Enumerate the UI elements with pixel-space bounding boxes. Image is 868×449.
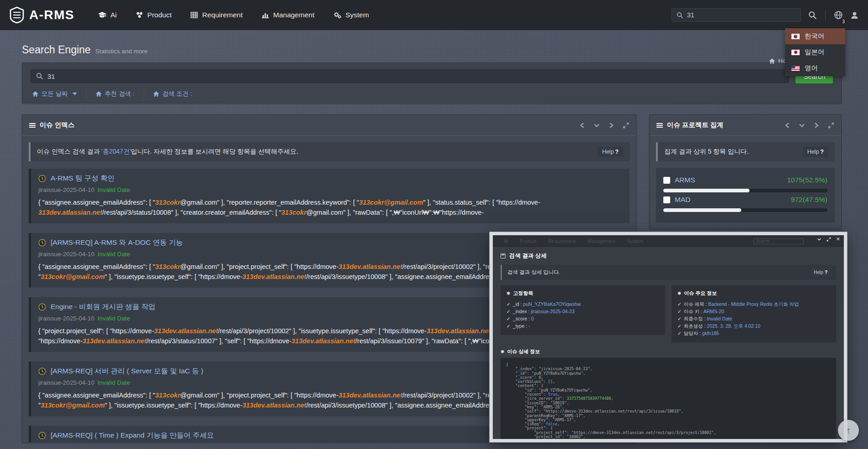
issue-summary-heading-wrap: ✱ 이슈 주요 정보 — [677, 290, 830, 297]
filter-item-2[interactable]: 검색 조건 : — [144, 89, 201, 99]
issue-index-message: 이슈 인덱스 검색 결과 '총2047건'입니다. 자세한 정보를 보시려면 해… — [29, 142, 630, 161]
issue-detail-json[interactable]: { "_index": "jiraissue-2025-04-23", "_id… — [501, 358, 836, 442]
menu-item-management[interactable]: Management — [262, 11, 314, 19]
modal-subtitle-row: 검색 결과 상세 입니다. Help? — [501, 265, 836, 280]
agg-project-label[interactable]: ARMS — [675, 176, 695, 184]
asterisk-bullet-icon: ✱ — [506, 291, 510, 296]
chevron-left-icon[interactable] — [785, 122, 790, 129]
scroll-to-top-button[interactable]: ↑ — [838, 420, 859, 441]
agg-message-text: 집계 결과 상위 5 항목 입니다. — [664, 148, 749, 156]
modal-field: ✓_index : jiraissue-2025-04-23 — [506, 308, 659, 315]
bar-chart-icon — [262, 12, 269, 18]
result-meta: jiraissue-2025-04-10Invalid Date — [38, 186, 622, 193]
search-icon — [36, 72, 43, 80]
result-count-link[interactable]: '총2047건' — [102, 148, 131, 155]
navbar-search-input[interactable]: 31 — [672, 8, 801, 22]
agg-card: ARMS1075(52.5%)MAD972(47.5%) — [656, 168, 835, 222]
chevron-right-icon[interactable] — [814, 122, 819, 129]
check-icon: ✓ — [677, 330, 682, 336]
modal-field: ✓_type : - — [506, 322, 659, 330]
agg-row-mad: MAD972(47.5%) — [663, 196, 827, 212]
menu-item-ai[interactable]: Ai — [98, 11, 117, 19]
modal-info-panels: ✱ 고정항목 ✓_id : puN_YZYBaKa7OYiqwshw✓_inde… — [501, 285, 836, 342]
result-title[interactable]: A-RMS 팀 구성 확인 — [38, 174, 622, 183]
page-header: Search Engine Statistics and more — [22, 44, 842, 56]
chevron-down-icon[interactable] — [799, 123, 805, 128]
agg-project-label[interactable]: MAD — [675, 196, 690, 204]
project-agg-controls — [785, 122, 834, 129]
maximize-icon[interactable] — [827, 237, 831, 242]
faint-menu-item: Management — [588, 238, 615, 244]
help-button[interactable]: Help? — [811, 268, 831, 276]
modal-field: ✓최초생성 : 2025. 3. 28. 오후 4:02:10 — [677, 322, 830, 330]
faint-search-box: Search — [754, 238, 804, 244]
check-icon: ✓ — [506, 301, 511, 307]
checkbox-icon[interactable] — [663, 177, 670, 184]
agg-progress-fill — [663, 189, 749, 192]
agg-row-arms: ARMS1075(52.5%) — [663, 176, 827, 192]
help-button[interactable]: Help? — [598, 147, 623, 157]
check-icon: ✓ — [677, 323, 682, 329]
project-agg-panel: 이슈 프로젝트 집계 집계 결과 상위 5 항목 입니다. Help? ARMS… — [649, 114, 842, 229]
language-option-kr[interactable]: 한국어 — [785, 28, 845, 44]
menu-item-system[interactable]: System — [334, 11, 369, 19]
modal-titlebar: 검색 결과 상세 — [493, 247, 844, 263]
modal-field: ✓_score : 0 — [506, 315, 659, 322]
hamburger-icon[interactable] — [29, 123, 36, 128]
asterisk-bullet-icon: ✱ — [677, 291, 681, 296]
user-icon[interactable] — [850, 11, 859, 20]
project-agg-message: 집계 결과 상위 5 항목 입니다. Help? — [656, 142, 835, 161]
check-icon: ✓ — [506, 316, 511, 321]
agg-progress-fill — [663, 208, 741, 212]
language-option-us[interactable]: 영어 — [785, 60, 845, 76]
menu-item-product[interactable]: Product — [136, 11, 171, 19]
faint-menu-item: System — [627, 238, 643, 244]
message-prefix: 이슈 인덱스 검색 결과 — [37, 148, 102, 155]
language-globe-icon[interactable]: 3 — [834, 10, 843, 20]
expand-icon[interactable] — [828, 122, 834, 129]
project-agg-header: 이슈 프로젝트 집계 — [650, 115, 841, 136]
menu-item-requirement[interactable]: Requirement — [191, 11, 243, 19]
home-icon — [153, 91, 159, 97]
issue-type-icon — [38, 239, 46, 247]
result-item[interactable]: A-RMS 팀 구성 확인jiraissue-2025-04-10Invalid… — [29, 169, 630, 223]
home-icon — [32, 91, 38, 97]
modal-subtitle: 검색 결과 상세 입니다. — [507, 269, 560, 276]
main-search-value: 31 — [47, 72, 55, 80]
check-icon: ✓ — [506, 323, 511, 329]
fixed-fields-heading: 고정항목 — [513, 290, 533, 297]
check-icon: ✓ — [677, 316, 682, 321]
issue-index-controls — [579, 122, 629, 129]
filter-item-0[interactable]: 모든 날짜 — [31, 89, 86, 99]
app-logo[interactable]: A-RMS — [9, 6, 74, 24]
language-option-jp[interactable]: 일본어 — [785, 44, 845, 60]
faint-menu-item: Ai — [504, 238, 508, 244]
page-title: Search Engine — [22, 44, 91, 56]
filter-item-1[interactable]: 추천 검색 : — [86, 89, 144, 99]
chevron-down-icon[interactable] — [594, 123, 600, 128]
navbar-right: 31 3 — [672, 8, 859, 22]
main-search-input[interactable]: 31 — [31, 69, 789, 83]
top-navbar: A-RMS AiProductRequirementManagementSyst… — [0, 0, 868, 30]
invalid-date-label: Invalid Date — [98, 379, 130, 386]
issue-detail-heading-wrap: ✱ 이슈 상세 정보 — [501, 348, 836, 355]
result-json-line: { "assignee.assignee_emailAddress": [ "3… — [38, 197, 622, 207]
issue-index-title-wrap: 이슈 인덱스 — [29, 121, 75, 129]
fixed-fields-heading-wrap: ✱ 고정항목 — [506, 290, 659, 297]
chevron-right-icon[interactable] — [609, 122, 614, 129]
issue-detail-heading: 이슈 상세 정보 — [507, 348, 540, 355]
modal-field: ✓담당자 : gkfn185 — [677, 330, 830, 337]
issue-index-header: 이슈 인덱스 — [22, 115, 636, 136]
minimize-chevron-icon[interactable] — [817, 237, 822, 241]
invalid-date-label: Invalid Date — [98, 186, 130, 193]
chevron-left-icon[interactable] — [579, 122, 585, 129]
close-icon[interactable]: ✕ — [836, 237, 840, 242]
search-submit-icon[interactable] — [808, 11, 817, 20]
help-button[interactable]: Help? — [803, 147, 828, 157]
project-agg-title-wrap: 이슈 프로젝트 집계 — [656, 121, 723, 129]
hamburger-icon[interactable] — [656, 123, 663, 128]
check-icon: ✓ — [677, 309, 682, 314]
search-filters: 모든 날짜추천 검색 :검색 조건 : — [31, 89, 833, 99]
checkbox-icon[interactable] — [663, 196, 670, 203]
expand-icon[interactable] — [623, 122, 629, 129]
